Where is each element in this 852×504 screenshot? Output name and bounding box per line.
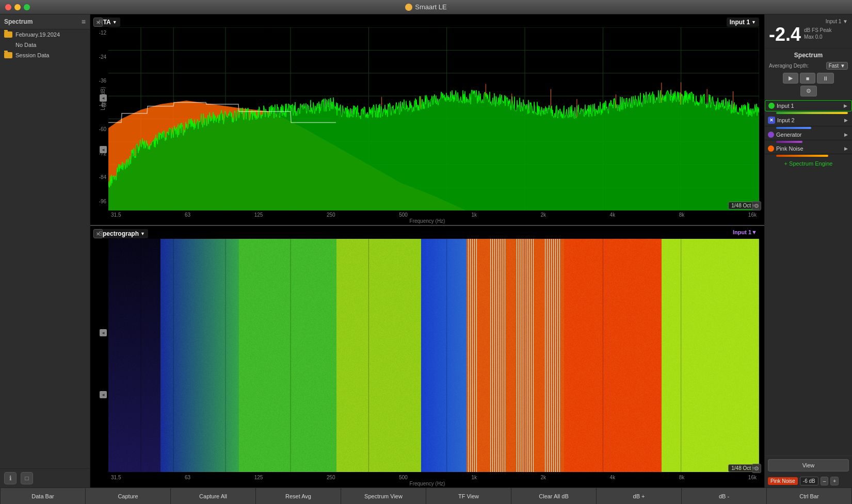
spectrograph-label[interactable]: Spectrograph ▼ [95, 229, 148, 238]
spectrograph-canvas[interactable] [108, 239, 759, 472]
averaging-arrow: ▼ [840, 63, 845, 69]
minimize-button[interactable] [14, 4, 21, 10]
channel-dot-generator [768, 132, 774, 138]
transport-controls: ▶ ■ ⏸ [769, 73, 848, 84]
toolbar-tf-view[interactable]: TF View [426, 488, 511, 504]
toolbar-data-bar[interactable]: Data Bar [0, 488, 86, 504]
spectrograph-input-label[interactable]: Input 1▼ [733, 229, 757, 235]
sidebar-item-nodata[interactable]: No Data [0, 40, 90, 50]
view-button[interactable]: View [768, 459, 849, 472]
y-label-2: -36 [99, 78, 106, 84]
level-value: -2.4 [769, 25, 801, 44]
channel-name-input1: Input 1 [777, 103, 840, 109]
sidebar-item-nodata-label: No Data [15, 42, 36, 48]
level-details: dB FS Peak Max 0.0 [804, 25, 831, 40]
channel-row-input2[interactable]: ✕ Input 2 ▶ [765, 115, 852, 126]
sidebar-menu-icon[interactable]: ≡ [82, 18, 86, 26]
channel-name-pinknoise: Pink Noise [776, 145, 841, 152]
channel-name-input2: Input 2 [777, 117, 841, 123]
spectrograph-x-axis: 31.5 63 125 250 500 1k 2k 4k 8k 16k [111, 475, 757, 480]
toolbar-capture[interactable]: Capture [86, 488, 171, 504]
maximize-button[interactable] [24, 4, 30, 10]
channel-row-pinknoise[interactable]: Pink Noise ▶ [765, 143, 852, 154]
level-input-display[interactable]: Input 1 ▼ [826, 19, 848, 24]
channel-meter-input1 [776, 112, 848, 114]
pink-noise-bar: Pink Noise -6 dB – + [765, 475, 852, 487]
channel-play-input2[interactable]: ▶ [843, 117, 849, 123]
channel-row-input1[interactable]: Input 1 ▶ [765, 100, 852, 111]
pink-noise-minus-button[interactable]: – [821, 477, 829, 485]
x-label-1: 63 [185, 212, 190, 218]
averaging-label: Averaging Depth: [769, 63, 809, 69]
add-engine-button[interactable]: + Spectrum Engine [765, 157, 852, 170]
sidebar-item-february[interactable]: February.19.2024 [0, 29, 90, 40]
play-button[interactable]: ▶ [783, 73, 798, 84]
toolbar-clear-all-db[interactable]: Clear All dB [511, 488, 597, 504]
sidebar-footer: ℹ □ [0, 468, 90, 487]
channel-play-generator[interactable]: ▶ [843, 132, 849, 138]
channel-row-generator[interactable]: Generator ▶ [765, 129, 852, 140]
close-button[interactable] [5, 4, 11, 10]
rta-canvas[interactable] [108, 27, 759, 210]
channel-dot-pinknoise [768, 145, 774, 152]
app-title-text: Smaart LE [415, 3, 446, 11]
toolbar-spectrum-view[interactable]: Spectrum View [341, 488, 426, 504]
y-label-1: -24 [99, 54, 106, 60]
main-layout: Spectrum ≡ February.19.2024 No Data Sess… [0, 14, 852, 487]
folder-icon-2 [4, 52, 12, 58]
scroll-handle-top[interactable]: ◄ [100, 94, 107, 102]
sidebar: Spectrum ≡ February.19.2024 No Data Sess… [0, 14, 90, 487]
x-label-4: 500 [399, 212, 408, 218]
rta-settings-gear[interactable]: ⚙ [752, 201, 761, 210]
sidebar-item-session-label: Session Data [15, 52, 49, 58]
rta-x-axis: 31.5 63 125 250 500 1k 2k 4k 8k 16k [111, 212, 757, 218]
toolbar-capture-all[interactable]: Capture All [171, 488, 256, 504]
spectrograph-scroll-1[interactable]: ◄ [100, 329, 107, 336]
spectrum-section: Spectrum Averaging Depth: Fast ▼ ▶ ■ ⏸ ⚙ [765, 48, 852, 100]
sidebar-item-sessiondata[interactable]: Session Data [0, 50, 90, 60]
sidebar-header: Spectrum ≡ [0, 14, 90, 29]
sg-x-4: 500 [399, 475, 408, 480]
pink-noise-plus-button[interactable]: + [830, 477, 839, 485]
sg-x-7: 4k [610, 475, 616, 480]
pink-noise-db-value: -6 dB [800, 477, 818, 485]
channel-name-generator: Generator [776, 132, 841, 138]
pink-noise-button[interactable]: Pink Noise [768, 477, 798, 485]
toolbar-ctrl-bar[interactable]: Ctrl Bar [767, 488, 852, 504]
square-button[interactable]: □ [21, 472, 33, 484]
stop-button[interactable]: ■ [800, 73, 815, 84]
window-controls[interactable] [5, 4, 30, 10]
spectrograph-dropdown-arrow: ▼ [140, 231, 145, 236]
spectrograph-settings-gear[interactable]: ⚙ [752, 464, 761, 473]
center-content: ✕ RTA ▼ Input 1 ▼ -12 -24 -36 -48 -60 -7… [90, 14, 764, 487]
pause-button[interactable]: ⏸ [817, 73, 834, 84]
app-icon [405, 4, 412, 11]
toolbar-reset-avg[interactable]: Reset Avg [256, 488, 341, 504]
sg-x-6: 2k [541, 475, 546, 480]
spectrum-settings-button[interactable]: ⚙ [800, 86, 817, 96]
sg-x-0: 31.5 [111, 475, 121, 480]
toolbar-db-plus[interactable]: dB + [597, 488, 682, 504]
toolbar-db-minus[interactable]: dB - [682, 488, 767, 504]
x-label-2: 125 [254, 212, 263, 218]
rta-panel: ✕ RTA ▼ Input 1 ▼ -12 -24 -36 -48 -60 -7… [90, 14, 764, 226]
averaging-dropdown[interactable]: Fast ▼ [826, 62, 848, 70]
level-section: Input 1 ▼ -2.4 dB FS Peak Max 0.0 [765, 14, 852, 48]
rta-close-button[interactable]: ✕ [93, 18, 103, 27]
spectrograph-header: Spectrograph ▼ [95, 229, 759, 238]
channel-meter-input2 [776, 127, 811, 129]
rta-y-axis: -12 -24 -36 -48 -60 -72 -84 -96 [90, 30, 108, 204]
spectrograph-scroll-2[interactable]: ◄ [100, 391, 107, 398]
y-label-7: -96 [99, 199, 106, 204]
channel-play-pinknoise[interactable]: ▶ [843, 145, 849, 152]
rta-input-label[interactable]: Input 1 ▼ [727, 18, 759, 27]
x-label-6: 2k [541, 212, 546, 218]
scroll-handle-bottom[interactable]: ◄ [100, 146, 107, 153]
info-button[interactable]: ℹ [4, 472, 17, 484]
sg-x-3: 250 [327, 475, 335, 480]
spectrograph-close-button[interactable]: ✕ [93, 229, 103, 238]
rta-input-name: Input 1 [730, 19, 750, 26]
channel-play-input1[interactable]: ▶ [842, 103, 848, 109]
spectrum-section-title: Spectrum [769, 52, 848, 59]
title-bar: Smaart LE [0, 0, 852, 14]
